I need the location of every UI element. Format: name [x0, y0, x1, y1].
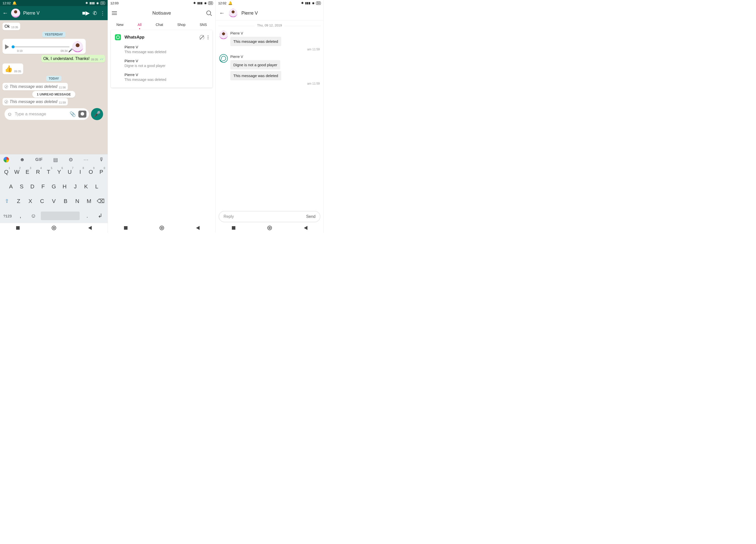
key[interactable]: P0: [96, 166, 107, 178]
notification-card[interactable]: WhatsApp Pierre V This message was delet…: [111, 30, 212, 88]
deleted-message[interactable]: This message was deleted 11:59: [3, 98, 68, 106]
recents-button[interactable]: [124, 226, 128, 230]
symbols-key[interactable]: ?123: [1, 211, 14, 221]
recents-button[interactable]: [16, 226, 20, 230]
key[interactable]: Q1: [1, 166, 12, 178]
timestamp: am 11:59: [216, 48, 323, 51]
deleted-message[interactable]: This message was deleted 11:56: [3, 83, 68, 90]
signal-icon: ▮▮▮: [89, 1, 95, 5]
home-button[interactable]: [52, 226, 56, 230]
more-icon[interactable]: [208, 36, 208, 39]
back-button[interactable]: [304, 226, 307, 230]
key[interactable]: E3: [22, 166, 33, 178]
keyboard[interactable]: ☻ GIF ▤ ⚙ ⋯ 🎙 Q1 W2 E3 R4 T5 Y6 U7 I8 O9…: [0, 154, 108, 223]
tab-all[interactable]: All: [138, 23, 142, 27]
mic-button[interactable]: 🎤: [91, 108, 103, 120]
home-button[interactable]: [267, 226, 272, 230]
google-icon[interactable]: [4, 157, 9, 163]
key[interactable]: B: [60, 196, 72, 207]
video-call-icon[interactable]: ■▶: [82, 10, 90, 16]
message-in[interactable]: Ok 13:35: [3, 23, 20, 30]
key[interactable]: Z: [13, 196, 25, 207]
key[interactable]: R4: [33, 166, 43, 178]
back-icon[interactable]: ←: [219, 10, 225, 16]
emoji-icon[interactable]: ☺: [7, 111, 12, 117]
list-item[interactable]: Pierre V This message was deleted: [124, 42, 208, 56]
message-bubble[interactable]: This message was deleted: [230, 71, 281, 80]
voice-track[interactable]: [12, 46, 70, 47]
camera-icon[interactable]: [78, 111, 86, 118]
settings-icon[interactable]: ⚙: [69, 157, 73, 163]
menu-icon[interactable]: [112, 11, 117, 15]
key[interactable]: F: [38, 181, 49, 193]
message-bubble[interactable]: Digne is not a good player: [230, 60, 280, 70]
key[interactable]: C: [36, 196, 48, 207]
app-name: WhatsApp: [124, 35, 196, 40]
android-navbar: [108, 223, 215, 233]
key[interactable]: G: [48, 181, 59, 193]
key[interactable]: X: [24, 196, 36, 207]
tab-new[interactable]: New: [116, 23, 123, 27]
back-button[interactable]: [196, 226, 200, 230]
attach-icon[interactable]: 📎: [70, 111, 76, 117]
voice-call-icon[interactable]: ✆: [93, 10, 97, 16]
backspace-key[interactable]: ⌫: [95, 196, 107, 207]
emoji-key[interactable]: ☺: [27, 210, 40, 222]
clock: 12:03: [110, 1, 119, 5]
sender-name: Pierre V: [230, 55, 320, 59]
avatar[interactable]: [11, 9, 20, 18]
sticker-icon[interactable]: ☻: [20, 157, 25, 163]
key[interactable]: O9: [85, 166, 96, 178]
message-emoji[interactable]: 👍 09:35: [3, 64, 23, 74]
message-input[interactable]: ☺ Type a message 📎: [5, 108, 89, 120]
contact-name[interactable]: Pierre V: [23, 11, 40, 16]
key[interactable]: A: [6, 181, 16, 193]
key[interactable]: W2: [12, 166, 22, 178]
gif-button[interactable]: GIF: [35, 158, 43, 162]
date-chip-yesterday: YESTERDAY: [42, 32, 65, 37]
key[interactable]: D: [27, 181, 38, 193]
key[interactable]: S: [16, 181, 27, 193]
voice-message[interactable]: 0:19 09:34 🎤: [3, 39, 86, 54]
list-item[interactable]: Pierre V Digne is not a good player: [124, 56, 208, 70]
app-title: Notisave: [152, 10, 171, 16]
shift-key[interactable]: ⇧: [1, 196, 13, 207]
key[interactable]: T5: [43, 166, 54, 178]
key[interactable]: V: [48, 196, 60, 207]
back-icon[interactable]: ←: [3, 10, 8, 16]
recents-button[interactable]: [232, 226, 235, 230]
key[interactable]: N: [71, 196, 83, 207]
voice-type-icon[interactable]: 🎙: [99, 157, 104, 163]
key[interactable]: M: [83, 196, 95, 207]
message-out[interactable]: Ok, I understand. Thanks! 09:35 ✓✓: [41, 55, 105, 62]
enter-key[interactable]: ↲: [94, 210, 107, 222]
key[interactable]: H: [59, 181, 70, 193]
reply-input[interactable]: Reply Send: [219, 211, 320, 222]
list-item[interactable]: Pierre V This message was deleted: [124, 70, 208, 84]
key[interactable]: I8: [75, 166, 85, 178]
comma-key[interactable]: ,: [14, 210, 27, 222]
period-key[interactable]: .: [81, 210, 93, 222]
date-divider: Thu, 09 12, 2019: [216, 20, 323, 30]
space-key[interactable]: [41, 212, 80, 220]
avatar[interactable]: [229, 9, 237, 17]
key[interactable]: L: [91, 181, 102, 193]
home-button[interactable]: [160, 226, 164, 230]
key-row-3: ⇧ Z X C V B N M ⌫: [0, 194, 108, 209]
key[interactable]: K: [81, 181, 91, 193]
more-icon[interactable]: ⋮: [100, 10, 105, 16]
tab-shop[interactable]: Shop: [177, 23, 185, 27]
key[interactable]: U7: [64, 166, 75, 178]
key[interactable]: J: [70, 181, 81, 193]
clipboard-icon[interactable]: ▤: [53, 157, 58, 163]
key[interactable]: Y6: [54, 166, 65, 178]
search-icon[interactable]: [206, 11, 211, 16]
play-icon[interactable]: [5, 44, 9, 49]
mute-icon[interactable]: [200, 35, 204, 40]
back-button[interactable]: [88, 226, 92, 230]
more-icon[interactable]: ⋯: [83, 157, 88, 163]
send-button[interactable]: Send: [306, 214, 316, 219]
tab-chat[interactable]: Chat: [156, 23, 163, 27]
message-bubble[interactable]: This message was deleted: [230, 37, 281, 46]
tab-sns[interactable]: SNS: [200, 23, 207, 27]
